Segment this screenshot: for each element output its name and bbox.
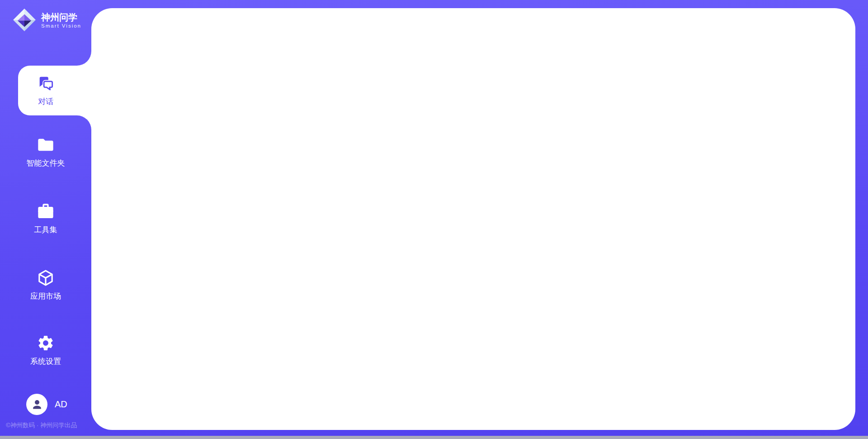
brand-diamond-icon bbox=[13, 8, 36, 32]
sidebar-item-label: 系统设置 bbox=[30, 356, 61, 367]
main-content-panel bbox=[91, 8, 855, 430]
brand-text: 神州问学 Smart Vision bbox=[41, 12, 81, 29]
tab-connector-bottom bbox=[77, 115, 91, 130]
sidebar-item-settings[interactable]: 系统设置 bbox=[0, 334, 91, 367]
sidebar-item-toolset[interactable]: 工具集 bbox=[0, 202, 91, 235]
sidebar-item-app-market[interactable]: 应用市场 bbox=[0, 269, 91, 301]
person-icon bbox=[30, 398, 44, 411]
sidebar-item-chat[interactable]: 对话 bbox=[0, 66, 91, 115]
brand-name: 神州问学 bbox=[41, 12, 81, 23]
chat-icon bbox=[37, 74, 55, 92]
folder-icon bbox=[37, 136, 55, 154]
sidebar-item-label: 应用市场 bbox=[30, 291, 61, 301]
bottom-edge-strip bbox=[0, 436, 868, 439]
brand-logo: 神州问学 Smart Vision bbox=[13, 8, 81, 32]
cube-icon bbox=[37, 269, 55, 287]
sidebar-item-label: 智能文件夹 bbox=[27, 158, 65, 168]
brand-subtitle: Smart Vision bbox=[41, 23, 81, 29]
tab-connector-top bbox=[77, 51, 91, 66]
copyright-footer: ©神州数码 · 神州问学出品 bbox=[6, 421, 77, 429]
sidebar-item-label: 对话 bbox=[38, 96, 53, 107]
sidebar-item-label: 工具集 bbox=[34, 224, 57, 235]
user-account[interactable]: AD bbox=[26, 394, 67, 415]
app-root: { "brand": { "name": "神州问学", "subtitle":… bbox=[0, 0, 868, 439]
sidebar-item-smart-folder[interactable]: 智能文件夹 bbox=[0, 136, 91, 168]
toolbox-icon bbox=[37, 202, 55, 220]
user-initials: AD bbox=[55, 399, 67, 410]
avatar[interactable] bbox=[26, 394, 47, 415]
gear-icon bbox=[37, 334, 55, 352]
